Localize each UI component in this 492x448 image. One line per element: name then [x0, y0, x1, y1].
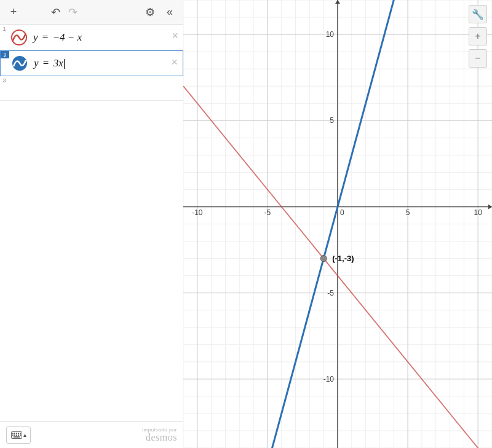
sidebar-footer: ▴ impulsado por desmos — [0, 421, 183, 448]
graph-canvas[interactable]: -10-50510-10-5510(-1,-3) — [183, 0, 492, 448]
svg-rect-12 — [20, 434, 21, 436]
svg-point-87 — [320, 256, 327, 262]
svg-rect-11 — [18, 434, 19, 436]
redo-button[interactable]: ↷ — [64, 4, 81, 21]
zoom-panel: 🔧 + − — [469, 5, 487, 71]
svg-rect-5 — [16, 433, 17, 434]
svg-text:(-1,-3): (-1,-3) — [332, 254, 354, 263]
svg-rect-4 — [14, 433, 15, 434]
svg-text:-5: -5 — [327, 289, 334, 297]
svg-rect-7 — [20, 433, 21, 434]
add-expression-button[interactable]: + — [5, 4, 22, 21]
expression-color-icon[interactable] — [12, 55, 28, 71]
svg-rect-3 — [12, 433, 14, 434]
delete-expression-button[interactable]: × — [171, 56, 178, 69]
expression-row-empty[interactable]: 3 — [0, 76, 183, 101]
expression-row[interactable]: 1 y = −4 − x × — [0, 25, 183, 50]
svg-text:-10: -10 — [323, 375, 335, 383]
graph-settings-button[interactable]: 🔧 — [469, 5, 487, 23]
svg-text:10: 10 — [474, 208, 483, 217]
collapse-sidebar-button[interactable]: « — [161, 4, 178, 21]
svg-text:-5: -5 — [264, 208, 271, 217]
svg-rect-6 — [18, 433, 19, 434]
delete-expression-button[interactable]: × — [172, 29, 178, 42]
keyboard-toggle-button[interactable]: ▴ — [6, 426, 31, 444]
svg-text:0: 0 — [340, 208, 344, 217]
expression-text[interactable]: y = −4 − x — [33, 31, 82, 44]
undo-button[interactable]: ↶ — [47, 4, 64, 21]
chevron-up-icon: ▴ — [23, 431, 26, 438]
svg-rect-9 — [14, 434, 15, 436]
svg-text:-10: -10 — [192, 208, 203, 217]
svg-text:5: 5 — [406, 208, 410, 217]
expression-number: 3 — [0, 76, 9, 84]
svg-marker-74 — [335, 0, 340, 4]
zoom-out-button[interactable]: − — [469, 49, 487, 68]
wrench-icon: 🔧 — [472, 9, 484, 20]
zoom-in-button[interactable]: + — [469, 27, 487, 45]
expression-text[interactable]: y = 3x — [34, 57, 65, 69]
brand-attribution: impulsado por desmos — [142, 428, 177, 442]
svg-rect-8 — [12, 434, 14, 436]
expression-color-icon[interactable] — [11, 29, 27, 45]
expression-number: 1 — [0, 25, 9, 32]
svg-text:10: 10 — [326, 30, 335, 39]
expression-number: 2 — [1, 51, 9, 58]
expression-list: 1 y = −4 − x × 2 y = 3x × 3 — [0, 25, 183, 101]
settings-button[interactable]: ⚙ — [141, 4, 159, 21]
svg-rect-10 — [16, 434, 17, 436]
keyboard-icon — [11, 431, 22, 439]
svg-rect-13 — [14, 436, 20, 438]
svg-text:5: 5 — [330, 116, 334, 125]
gear-icon: ⚙ — [145, 6, 155, 19]
svg-marker-75 — [488, 204, 492, 209]
expression-toolbar: + ↶ ↷ ⚙ « — [0, 0, 183, 25]
expression-row[interactable]: 2 y = 3x × — [0, 50, 183, 76]
